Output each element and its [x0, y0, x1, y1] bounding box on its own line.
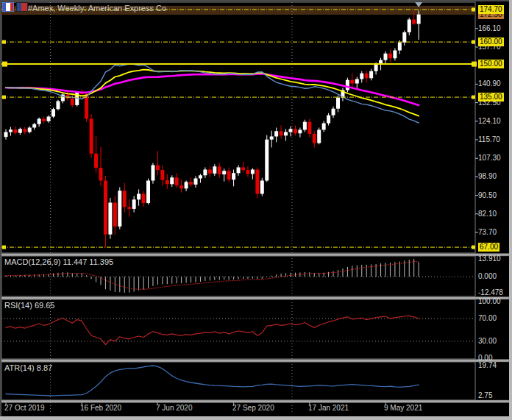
atr-scale-label: 19.74 [478, 361, 497, 370]
price-tick-label: 90.50 [478, 191, 497, 200]
hline-price-label: 150.00 [478, 60, 504, 68]
time-axis-label: 27 Sep 2020 [232, 404, 274, 412]
rsi-panel[interactable] [1, 299, 475, 359]
macd-scale-label: -12.478 [478, 288, 503, 297]
window-bottom-edge[interactable] [0, 416, 512, 420]
rsi-scale-label: 70.00 [478, 314, 497, 323]
atr-scale-label: 2.75 [478, 391, 492, 400]
hline-price-label: 135.00 [478, 93, 504, 102]
atr-indicator-label: ATR(14) 8.87 [4, 363, 52, 372]
price-tick-label: 107.30 [478, 154, 501, 163]
macd-scale-label: 0.000 [478, 272, 497, 281]
hline-price-label: 67.00 [478, 243, 499, 252]
panel-separator[interactable] [0, 360, 509, 363]
atr-panel[interactable] [1, 362, 475, 400]
mt4-chart-window: #Amex, Weekly: American Express Co MACD(… [0, 0, 512, 420]
price-tick-label: 166.10 [478, 24, 501, 33]
price-tick-label: 98.90 [478, 172, 497, 181]
price-tick-label: 140.90 [478, 79, 501, 88]
time-axis-label: 27 Oct 2019 [4, 404, 44, 412]
panel-separator[interactable] [0, 254, 509, 257]
price-tick-label: 82.10 [478, 210, 497, 218]
panel-separator[interactable] [0, 297, 509, 300]
time-axis-label: 16 Feb 2020 [80, 404, 121, 412]
time-axis[interactable]: 27 Oct 201916 Feb 20207 Jun 202027 Sep 2… [0, 402, 475, 416]
hline-price-label: 174.70 [478, 5, 504, 14]
chart-title: #Amex, Weekly: American Express Co [28, 4, 166, 13]
time-axis-label: 17 Jan 2021 [308, 404, 349, 412]
time-axis-label: 9 May 2021 [384, 404, 422, 412]
price-tick-label: 73.70 [478, 228, 497, 237]
chart-canvas[interactable] [0, 0, 512, 420]
macd-indicator-label: MACD(12,26,9) 11.447 11.395 [4, 257, 113, 266]
rsi-scale-label: 100.00 [478, 297, 501, 306]
window-right-edge[interactable] [509, 0, 512, 420]
price-tick-label: 124.10 [478, 117, 501, 126]
price-axis[interactable]: 166.10157.70140.90132.50124.10115.70107.… [475, 0, 509, 416]
price-tick-label: 115.70 [478, 135, 500, 144]
rsi-indicator-label: RSI(14) 69.65 [4, 301, 54, 310]
platform-icon [2, 2, 14, 12]
instrument-flag-icon [16, 2, 28, 12]
macd-scale-label: 13.910 [478, 255, 501, 263]
time-axis-label: 7 Jun 2020 [156, 404, 193, 412]
title-icons [2, 2, 28, 12]
hline-price-label: 160.00 [478, 38, 504, 46]
rsi-scale-label: 30.00 [478, 337, 497, 346]
